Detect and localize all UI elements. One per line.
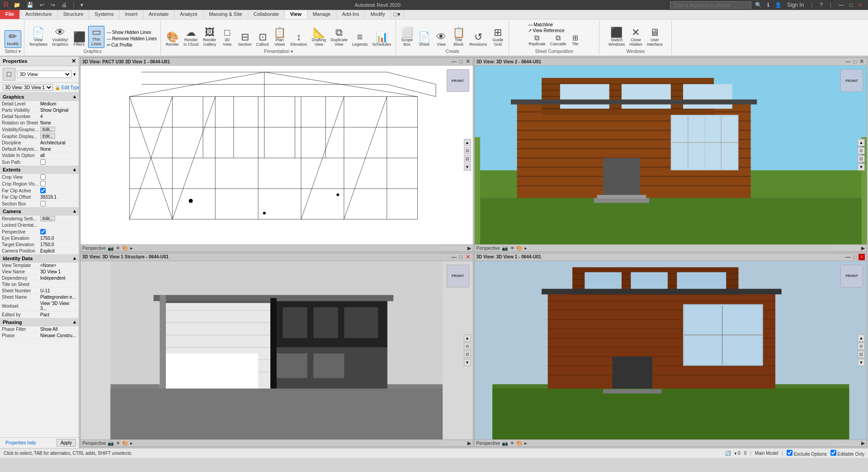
sun-path-checkbox[interactable]	[40, 159, 46, 165]
remove-hidden-lines-btn[interactable]: --- Remove Hidden Lines	[105, 36, 158, 42]
statusbar-sync-icon[interactable]: 🔄	[725, 451, 731, 456]
info-btn[interactable]: ℹ	[765, 2, 771, 8]
vp4-more-icon[interactable]: ▸	[524, 440, 527, 446]
vp1-nav-cube[interactable]: FRONT	[447, 69, 469, 92]
scope-box-btn[interactable]: ⬜ ScopeBox	[399, 27, 415, 48]
far-clip-active-checkbox[interactable]	[40, 188, 46, 193]
view-templates-btn[interactable]: 📄 ViewTemplates	[27, 27, 49, 48]
tab-systems[interactable]: Systems	[89, 10, 119, 19]
vp1-arrow-right[interactable]: ▶	[467, 245, 471, 251]
graphic-display-edit-btn[interactable]: Edit...	[40, 133, 55, 139]
edit-type-link[interactable]: 🔒 Edit Type	[55, 85, 79, 90]
title-block-btn[interactable]: 📋 TitleBlock	[450, 27, 467, 48]
vp1-sun-icon[interactable]: ☀	[116, 245, 120, 251]
tab-analyze[interactable]: Analyze	[175, 10, 203, 19]
camera-section-header[interactable]: Camera ▴	[0, 207, 79, 215]
viewport-3-body[interactable]: FRONT ▲ ⊙ ⊡ ▼	[80, 261, 473, 440]
thin-lines-btn[interactable]: ▭ ThinLines	[88, 26, 104, 48]
vp4-arrow-right[interactable]: ▶	[861, 440, 865, 446]
crop-region-checkbox[interactable]	[40, 181, 46, 186]
render-gallery-btn[interactable]: 🖼 RenderGallery	[201, 27, 218, 48]
vp3-scroll-down[interactable]: ▼	[464, 359, 471, 366]
vp3-nav-cube[interactable]: FRONT	[447, 265, 469, 287]
vis-graphic-edit-btn[interactable]: Edit...	[40, 127, 55, 132]
elevation-btn[interactable]: ↕ Elevation	[289, 31, 309, 48]
vp2-maximize-btn[interactable]: □	[853, 58, 858, 65]
vp2-arrow-right[interactable]: ▶	[861, 245, 865, 251]
vp3-minimize-btn[interactable]: —	[450, 254, 458, 260]
vp2-scroll-wheel[interactable]: ⊙	[858, 147, 865, 154]
vp4-scrollbar[interactable]	[832, 442, 859, 445]
vp4-scroll-down[interactable]: ▼	[858, 359, 865, 366]
identity-section-header[interactable]: Identity Data ▴	[0, 254, 79, 262]
vp2-render-icon[interactable]: 🎨	[516, 245, 523, 251]
tab-modify[interactable]: Modify	[365, 10, 391, 19]
vp4-camera-icon[interactable]: 📷	[502, 440, 508, 446]
vp2-sun-icon[interactable]: ☀	[510, 245, 514, 251]
extents-section-header[interactable]: Extents ▴	[0, 166, 79, 174]
tab-annotate[interactable]: Annotate	[143, 10, 175, 19]
vp1-scrollbar[interactable]	[439, 246, 466, 250]
tab-collaborate[interactable]: Collaborate	[248, 10, 285, 19]
help-btn[interactable]: ?	[818, 2, 825, 8]
section-box-checkbox[interactable]	[40, 201, 46, 206]
render-btn[interactable]: 🎨 Render	[164, 31, 181, 48]
vp2-close-btn[interactable]: ✕	[859, 58, 865, 65]
tab-structure[interactable]: Structure	[58, 10, 90, 19]
duplicate-view-btn[interactable]: ⧉ DuplicateView	[329, 27, 349, 48]
vp1-scroll-zoom-fit[interactable]: ⊡	[464, 155, 471, 162]
vp1-scroll-down[interactable]: ▼	[464, 163, 471, 171]
close-hidden-btn[interactable]: ✕ CloseHidden	[627, 27, 644, 48]
tab-addins[interactable]: Add-Ins	[336, 10, 365, 19]
view-type-dropdown[interactable]: 3D View	[17, 71, 71, 78]
vp1-more-icon[interactable]: ▸	[130, 245, 133, 251]
3d-view-btn[interactable]: □ 3DView	[219, 27, 236, 48]
tab-context[interactable]: □▾	[391, 10, 404, 19]
statusbar-exclude-options-checkbox[interactable]	[787, 450, 793, 456]
vp2-scroll-zoom-fit[interactable]: ⊡	[858, 155, 865, 162]
vp1-render-icon[interactable]: 🎨	[122, 245, 128, 251]
viewport-4-body[interactable]: FRONT ▲ ⊙ ⊡ ▼	[475, 261, 867, 440]
vp4-minimize-btn[interactable]: —	[844, 254, 852, 260]
vp3-scrollbar[interactable]	[439, 442, 466, 445]
properties-apply-btn[interactable]: Apply	[57, 439, 76, 447]
statusbar-editable-only-checkbox[interactable]	[830, 450, 836, 456]
vp3-sun-icon[interactable]: ☀	[116, 440, 120, 446]
tab-massing[interactable]: Massing & Site	[203, 10, 248, 19]
switch-windows-btn[interactable]: ⬛ SwitchWindows	[607, 27, 627, 48]
vp3-scroll-wheel[interactable]: ⊙	[464, 343, 471, 350]
vp3-camera-icon[interactable]: 📷	[108, 440, 114, 446]
vp4-scroll-wheel[interactable]: ⊙	[858, 343, 865, 350]
vp1-scroll-up[interactable]: ▲	[464, 139, 471, 146]
viewport-2-body[interactable]: FRONT ▲ ⊙ ⊡ ▼	[475, 66, 867, 244]
vp1-scroll-wheel[interactable]: ⊙	[464, 147, 471, 154]
quick-access-save[interactable]: 💾	[25, 2, 35, 8]
legends-btn[interactable]: ≡ Legends	[350, 31, 370, 48]
matchline-btn[interactable]: — Matchline	[527, 22, 554, 28]
close-btn[interactable]: ✕	[856, 2, 864, 8]
properties-help-link[interactable]: Properties help	[3, 439, 38, 447]
schedules-btn[interactable]: 📊 Schedules	[370, 31, 393, 48]
sheet-btn[interactable]: 📄 Sheet	[416, 31, 432, 48]
filters-btn[interactable]: ⬛ Filters	[71, 31, 87, 48]
vp2-camera-icon[interactable]: 📷	[502, 245, 508, 251]
tab-manage[interactable]: Manage	[307, 10, 337, 19]
vp4-nav-cube[interactable]: FRONT	[840, 265, 863, 287]
tab-view[interactable]: View	[285, 10, 307, 19]
view-ref-btn[interactable]: ↗ View Reference	[527, 28, 566, 33]
vp3-maximize-btn[interactable]: □	[458, 254, 463, 260]
vp3-arrow-right[interactable]: ▶	[467, 440, 471, 446]
modify-btn[interactable]: ✏ Modify	[5, 30, 21, 48]
user-icon[interactable]: 👤	[773, 2, 783, 8]
quick-access-undo[interactable]: ↩	[38, 2, 46, 8]
maximize-btn[interactable]: □	[848, 2, 854, 8]
vp4-scroll-up[interactable]: ▲	[858, 334, 865, 342]
sign-in-btn[interactable]: Sign In	[785, 2, 806, 8]
rendering-settings-edit-btn[interactable]: Edit...	[40, 216, 55, 221]
view-name-select[interactable]: 3D View: 3D View 1	[3, 84, 53, 91]
crop-view-checkbox[interactable]	[40, 174, 46, 180]
quick-access-print[interactable]: 🖨	[60, 2, 69, 8]
guide-grid-btn[interactable]: ⊞ GuideGrid	[490, 27, 506, 48]
callout-btn[interactable]: ⊡ Callout	[255, 31, 271, 48]
tab-architecture[interactable]: Architecture	[20, 10, 58, 19]
